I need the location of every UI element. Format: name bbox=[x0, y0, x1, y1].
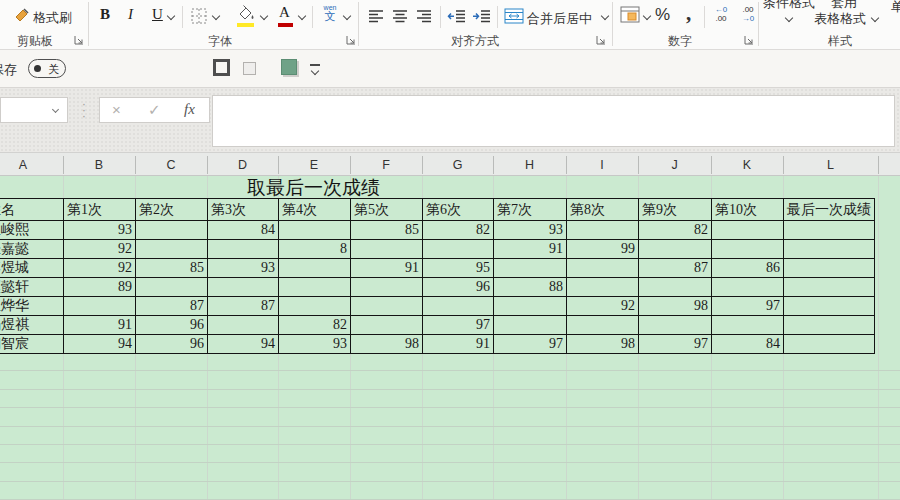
score-cell[interactable]: 97 bbox=[423, 316, 494, 335]
column-divider[interactable] bbox=[422, 156, 423, 174]
name-cell[interactable]: 王峻熙 bbox=[0, 221, 64, 240]
score-cell[interactable] bbox=[208, 278, 279, 297]
column-divider[interactable] bbox=[878, 156, 879, 174]
score-cell[interactable] bbox=[567, 259, 639, 278]
score-cell[interactable] bbox=[784, 240, 875, 259]
decrease-indent-icon[interactable] bbox=[447, 9, 466, 24]
score-cell[interactable] bbox=[712, 316, 784, 335]
score-cell[interactable] bbox=[351, 278, 423, 297]
collapse-toolbar-button[interactable] bbox=[309, 64, 321, 74]
italic-button[interactable]: I bbox=[128, 6, 133, 23]
formula-input[interactable] bbox=[212, 95, 895, 147]
align-center-icon[interactable] bbox=[392, 9, 408, 24]
conditional-format-button[interactable]: 条件格式 bbox=[763, 0, 815, 12]
score-cell[interactable]: 96 bbox=[423, 278, 494, 297]
underline-dropdown[interactable] bbox=[167, 12, 175, 20]
score-cell[interactable]: 82 bbox=[423, 221, 494, 240]
score-cell[interactable]: 93 bbox=[64, 221, 136, 240]
spreadsheet-grid[interactable]: 取最后一次成绩 姓名第1次第2次第3次第4次第5次第6次第7次第8次第9次第10… bbox=[0, 176, 900, 500]
underline-button[interactable]: U bbox=[152, 6, 163, 23]
score-cell[interactable] bbox=[136, 278, 208, 297]
score-cell[interactable] bbox=[712, 240, 784, 259]
score-cell[interactable]: 93 bbox=[494, 221, 567, 240]
column-header-L[interactable]: L bbox=[783, 156, 878, 174]
score-cell[interactable]: 98 bbox=[639, 297, 712, 316]
score-cell[interactable] bbox=[639, 240, 712, 259]
fill-color-dropdown[interactable] bbox=[260, 12, 268, 20]
theme-color-swatch[interactable] bbox=[281, 59, 297, 75]
table-header-cell[interactable]: 姓名 bbox=[0, 199, 64, 221]
phonetic-dropdown[interactable] bbox=[343, 12, 351, 20]
score-cell[interactable] bbox=[784, 259, 875, 278]
table-header-cell[interactable]: 第3次 bbox=[208, 199, 279, 221]
score-cell[interactable]: 92 bbox=[64, 240, 136, 259]
score-cell[interactable]: 96 bbox=[136, 316, 208, 335]
score-cell[interactable] bbox=[784, 221, 875, 240]
merge-center-button[interactable]: 合并后居中 bbox=[527, 10, 592, 28]
score-cell[interactable]: 99 bbox=[567, 240, 639, 259]
score-cell[interactable] bbox=[639, 278, 712, 297]
align-right-icon[interactable] bbox=[416, 9, 432, 24]
align-left-icon[interactable] bbox=[368, 9, 384, 24]
column-header-D[interactable]: D bbox=[207, 156, 278, 174]
cancel-entry-icon[interactable]: × bbox=[112, 101, 121, 118]
score-cell[interactable]: 8 bbox=[279, 240, 351, 259]
score-cell[interactable]: 95 bbox=[423, 259, 494, 278]
score-cell[interactable]: 93 bbox=[279, 335, 351, 354]
table-header-cell[interactable]: 第8次 bbox=[567, 199, 639, 221]
score-cell[interactable]: 87 bbox=[136, 297, 208, 316]
score-cell[interactable] bbox=[567, 221, 639, 240]
score-cell[interactable] bbox=[64, 297, 136, 316]
comma-style-button[interactable]: , bbox=[686, 1, 691, 26]
column-divider[interactable] bbox=[783, 156, 784, 174]
name-cell[interactable]: 李煜城 bbox=[0, 259, 64, 278]
score-cell[interactable]: 97 bbox=[639, 335, 712, 354]
format-as-table-button[interactable]: 表格格式 bbox=[814, 10, 866, 28]
score-cell[interactable] bbox=[423, 297, 494, 316]
table-header-cell[interactable]: 第1次 bbox=[64, 199, 136, 221]
score-cell[interactable]: 93 bbox=[208, 259, 279, 278]
table-header-cell[interactable]: 第4次 bbox=[279, 199, 351, 221]
confirm-entry-icon[interactable]: ✓ bbox=[148, 101, 161, 119]
format-painter-button[interactable]: 格式刷 bbox=[33, 9, 72, 27]
increase-indent-icon[interactable] bbox=[472, 9, 491, 24]
column-divider[interactable] bbox=[711, 156, 712, 174]
column-divider[interactable] bbox=[135, 156, 136, 174]
number-format-icon[interactable] bbox=[620, 6, 640, 23]
score-cell[interactable] bbox=[423, 240, 494, 259]
score-cell[interactable]: 91 bbox=[64, 316, 136, 335]
font-color-dropdown[interactable] bbox=[298, 12, 306, 20]
score-cell[interactable]: 86 bbox=[712, 259, 784, 278]
column-header-C[interactable]: C bbox=[135, 156, 207, 174]
score-cell[interactable]: 89 bbox=[64, 278, 136, 297]
cell-styles-button[interactable]: 单 bbox=[891, 0, 900, 16]
score-cell[interactable] bbox=[567, 316, 639, 335]
column-header-A[interactable]: A bbox=[0, 156, 63, 174]
score-cell[interactable] bbox=[712, 278, 784, 297]
conditional-format-dropdown[interactable] bbox=[785, 14, 793, 22]
column-divider[interactable] bbox=[207, 156, 208, 174]
number-dialog-launcher[interactable] bbox=[744, 35, 754, 45]
font-color-button[interactable]: A bbox=[279, 4, 290, 21]
table-header-cell[interactable]: 第7次 bbox=[494, 199, 567, 221]
name-box[interactable] bbox=[0, 97, 68, 123]
toolbar-drag-handle[interactable]: ··· bbox=[81, 101, 87, 119]
number-format-dropdown[interactable] bbox=[643, 12, 651, 20]
score-cell[interactable]: 88 bbox=[494, 278, 567, 297]
score-cell[interactable] bbox=[567, 278, 639, 297]
column-header-J[interactable]: J bbox=[638, 156, 711, 174]
name-cell[interactable]: 杨煜祺 bbox=[0, 316, 64, 335]
merge-center-dropdown[interactable] bbox=[601, 12, 609, 20]
score-cell[interactable]: 91 bbox=[494, 240, 567, 259]
score-cell[interactable] bbox=[784, 316, 875, 335]
score-cell[interactable]: 92 bbox=[567, 297, 639, 316]
column-divider[interactable] bbox=[493, 156, 494, 174]
column-header-K[interactable]: K bbox=[711, 156, 783, 174]
score-cell[interactable]: 85 bbox=[351, 221, 423, 240]
score-cell[interactable] bbox=[494, 259, 567, 278]
score-cell[interactable]: 98 bbox=[351, 335, 423, 354]
score-cell[interactable] bbox=[784, 278, 875, 297]
score-cell[interactable]: 82 bbox=[279, 316, 351, 335]
name-box-dropdown-icon[interactable] bbox=[52, 106, 59, 113]
score-cell[interactable]: 94 bbox=[208, 335, 279, 354]
